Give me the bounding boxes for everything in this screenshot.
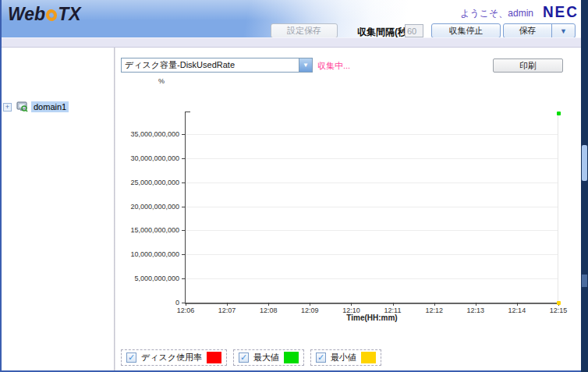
legend-checkbox[interactable]: ✓ [316, 353, 326, 363]
legend-label: 最大値 [253, 352, 279, 363]
print-button[interactable]: 印刷 [493, 58, 563, 73]
window-right-frame [581, 0, 588, 372]
logo-tx-text: TX [58, 4, 80, 24]
y-axis-tick [182, 158, 185, 159]
legend-item: ✓ディスク使用率 [121, 349, 227, 366]
chart-gridline [186, 158, 558, 159]
legend-item: ✓最大値 [233, 349, 304, 366]
chart-legend: ✓ディスク使用率✓最大値✓最小値 [121, 349, 381, 366]
y-axis-tick [182, 303, 185, 303]
metric-select[interactable]: ディスク容量-DiskUsedRate ▼ [121, 58, 313, 73]
x-axis-tick-label: 12:08 [251, 306, 285, 314]
nec-logo: NEC [543, 3, 579, 21]
webotx-window: WebTX ようこそ、admin NEC 設定保存 収集間隔(秒) 収集停止 保… [0, 0, 588, 372]
y-axis-tick [182, 182, 185, 183]
x-axis-tick-label: 12:13 [459, 306, 493, 314]
save-settings-button: 設定保存 [271, 23, 338, 38]
x-axis-tick [517, 303, 518, 306]
y-axis-tick [182, 207, 185, 207]
window-left-border [0, 0, 2, 372]
data-point [557, 112, 561, 115]
chart-gridline [186, 134, 558, 135]
x-axis-tick-label: 12:06 [168, 306, 203, 314]
legend-item: ✓最小値 [310, 349, 381, 366]
x-axis-tick [558, 303, 559, 306]
dropdown-arrow-icon[interactable]: ▼ [299, 58, 312, 72]
chart-gridline [186, 278, 558, 279]
chart-gridline [186, 182, 558, 183]
x-axis-tick [434, 303, 435, 306]
x-axis-title: Time(HH:mm) [317, 314, 427, 322]
legend-checkbox[interactable]: ✓ [239, 353, 249, 363]
save-button[interactable]: 保存 [503, 23, 552, 38]
collection-interval-input [405, 24, 423, 37]
x-axis-tick [351, 303, 352, 306]
legend-checkbox[interactable]: ✓ [126, 353, 136, 363]
x-axis-tick [268, 303, 269, 306]
y-axis-tick [182, 230, 185, 231]
chevron-down-icon: ▼ [560, 27, 567, 35]
plot-right-border [558, 113, 558, 303]
x-axis-tick [476, 303, 476, 306]
webotx-logo: WebTX [8, 4, 81, 25]
collecting-status-text: 収集中... [317, 60, 350, 72]
save-dropdown-button[interactable]: ▼ [551, 23, 576, 38]
x-axis-tick [393, 303, 394, 306]
legend-color-swatch [284, 352, 299, 363]
header: WebTX ようこそ、admin NEC 設定保存 収集間隔(秒) 収集停止 保… [0, 0, 588, 37]
x-axis-line [185, 303, 561, 304]
header-divider-strip [0, 37, 588, 48]
sidebar-separator [114, 48, 115, 370]
x-axis-tick-label: 12:14 [500, 306, 534, 314]
chart-gridline [186, 230, 558, 231]
logo-o-ring-icon [44, 8, 58, 23]
data-point [557, 301, 561, 305]
vertical-scrollbar-thumb[interactable] [582, 145, 587, 181]
y-axis-unit-label: % [158, 77, 165, 85]
stop-collection-button[interactable]: 収集停止 [431, 23, 501, 38]
tree-item-domain1[interactable]: + domain1 [3, 101, 69, 113]
chart-gridline [186, 254, 558, 255]
y-axis-tick [182, 134, 185, 135]
x-axis-tick [310, 303, 310, 306]
legend-label: ディスク使用率 [141, 352, 202, 363]
metric-select-value: ディスク容量-DiskUsedRate [122, 59, 299, 71]
tree-item-label: domain1 [31, 101, 69, 112]
tree-expander-plus-icon[interactable]: + [3, 103, 12, 112]
legend-color-swatch [207, 352, 221, 363]
welcome-user-text: ようこそ、admin [460, 7, 533, 20]
y-axis-line [185, 112, 186, 303]
legend-color-swatch [361, 352, 376, 363]
y-axis-tick [182, 278, 185, 279]
legend-label: 最小値 [331, 352, 356, 363]
sidebar: + domain1 [0, 48, 114, 370]
x-axis-tick-label: 12:07 [210, 306, 244, 314]
chart-gridline [186, 207, 558, 207]
y-axis-top-cap [185, 112, 190, 112]
x-axis-tick [186, 303, 186, 306]
logo-web-text: Web [8, 4, 45, 24]
x-axis-tick [227, 303, 228, 306]
vertical-scrollbar-mark [582, 275, 587, 287]
y-axis-tick [182, 254, 185, 255]
x-axis-tick-label: 12:15 [541, 306, 576, 314]
domain-node-icon [16, 101, 28, 112]
